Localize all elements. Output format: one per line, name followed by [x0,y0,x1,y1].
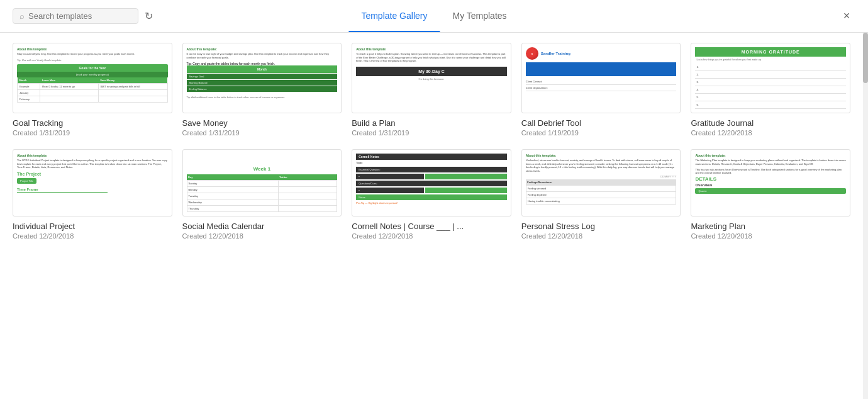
template-preview-individual-project: About this template: The GTD® Individual… [13,149,172,216]
template-info-individual-project: Individual Project Created 12/20/2018 [13,216,172,242]
modal: ⌕ ↻ Template Gallery My Templates × Abou… [0,0,868,399]
template-name: Social Media Calendar [182,222,342,231]
modal-content[interactable]: About this template: Stay focused all ye… [0,33,868,399]
template-card-cornell-notes[interactable]: Cornell Notes Topic: Essential Question:… [352,149,511,242]
template-date: Created 12/20/2018 [352,232,511,240]
template-grid: About this template: Stay focused all ye… [13,43,855,242]
template-info-cornell-notes: Cornell Notes | Course ___ | ... Created… [352,216,511,242]
scrollbar-track [863,33,868,399]
template-info-build-a-plan: Build a Plan Created 1/31/2019 [352,113,511,139]
template-name: Save Money [182,118,342,128]
template-name: Marketing Plan [691,222,850,231]
template-info-marketing-plan: Marketing Plan Created 12/20/2018 [691,216,850,242]
template-date: Created 1/31/2019 [182,129,342,137]
template-date: Created 12/20/2018 [182,232,342,240]
refresh-icon[interactable]: ↻ [145,10,153,22]
search-input[interactable] [28,11,131,21]
template-date: Created 12/20/2018 [691,129,850,137]
template-card-goal-tracking[interactable]: About this template: Stay focused all ye… [13,43,172,139]
template-preview-cornell-notes: Cornell Notes Topic: Essential Question:… [352,149,511,216]
template-preview-gratitude-journal: MORNING GRATITUDE List a few things you'… [691,43,850,113]
tab-template-gallery[interactable]: Template Gallery [348,1,440,32]
template-card-individual-project[interactable]: About this template: The GTD® Individual… [13,149,172,242]
template-name: Cornell Notes | Course ___ | ... [352,222,511,231]
template-preview-marketing-plan: About this template: The Marketing Plan … [691,149,850,216]
template-name: Gratitude Journal [691,118,850,128]
template-info-gratitude-journal: Gratitude Journal Created 12/20/2018 [691,113,850,139]
template-card-gratitude-journal[interactable]: MORNING GRATITUDE List a few things you'… [691,43,850,139]
template-info-stress-log: Personal Stress Log Created 12/20/2018 [521,216,681,242]
search-icon: ⌕ [19,11,25,21]
template-card-stress-log[interactable]: About this template: Unchecked, stress c… [521,149,681,242]
tabs: Template Gallery My Templates [348,1,519,32]
template-date: Created 1/31/2019 [13,129,172,137]
template-info-goal-tracking: Goal Tracking Created 1/31/2019 [13,113,172,139]
template-card-marketing-plan[interactable]: About this template: The Marketing Plan … [691,149,850,242]
template-date: Created 12/20/2018 [691,232,850,240]
template-name: Individual Project [13,222,172,231]
template-name: Personal Stress Log [521,222,681,231]
template-preview-social-media: Week 1 Day Twitter Sunday Monday Tuesday… [182,149,342,216]
template-preview-save-money: About this template: It can be easy to l… [182,43,342,113]
template-preview-stress-log: About this template: Unchecked, stress c… [521,149,681,216]
template-date: Created 1/31/2019 [352,129,511,137]
template-name: Build a Plan [352,118,511,128]
template-card-social-media[interactable]: Week 1 Day Twitter Sunday Monday Tuesday… [182,149,342,242]
template-date: Created 1/19/2019 [521,129,681,137]
template-preview-call-debrief: S Sandler Training Client Contact: Clien… [521,43,681,113]
template-info-social-media: Social Media Calendar Created 12/20/2018 [182,216,342,242]
template-card-call-debrief[interactable]: S Sandler Training Client Contact: Clien… [521,43,681,139]
scrollbar-thumb[interactable] [863,33,868,83]
template-date: Created 12/20/2018 [13,232,172,240]
search-container[interactable]: ⌕ [13,8,138,24]
modal-header: ⌕ ↻ Template Gallery My Templates × [0,0,868,33]
template-date: Created 12/20/2018 [521,232,681,240]
template-card-save-money[interactable]: About this template: It can be easy to l… [182,43,342,139]
template-preview-goal-tracking: About this template: Stay focused all ye… [13,43,172,113]
template-info-save-money: Save Money Created 1/31/2019 [182,113,342,139]
close-button[interactable]: × [838,8,855,25]
template-info-call-debrief: Call Debrief Tool Created 1/19/2019 [521,113,681,139]
template-name: Goal Tracking [13,118,172,128]
template-card-build-a-plan[interactable]: About this template: To reach a goal, it… [352,43,511,139]
tab-my-templates[interactable]: My Templates [440,1,519,32]
template-preview-build-a-plan: About this template: To reach a goal, it… [352,43,511,113]
template-name: Call Debrief Tool [521,118,681,128]
